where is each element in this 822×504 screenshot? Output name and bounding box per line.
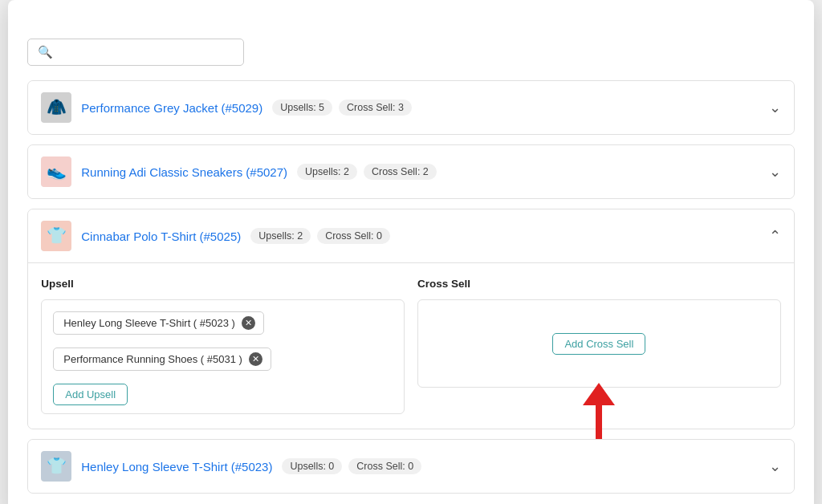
tag-remove-button[interactable]: ✕ <box>242 316 255 330</box>
svg-text:👕: 👕 <box>47 226 67 245</box>
product-thumbnail: 👟 <box>41 156 71 187</box>
svg-text:🧥: 🧥 <box>47 97 67 116</box>
upsells-badge: Upsells: 2 <box>250 228 311 244</box>
modal-header <box>27 19 795 22</box>
svg-text:👟: 👟 <box>47 161 67 181</box>
product-thumbnail: 👕 <box>41 451 71 482</box>
svg-text:👕: 👕 <box>47 456 67 475</box>
product-row: 👟 Running Adi Classic Sneakers (#5027) U… <box>27 144 795 199</box>
tag-label: Performance Running Shoes ( #5031 ) ✕ <box>53 348 271 371</box>
upsell-section: Upsell Henley Long Sleeve T-Shirt ( #502… <box>41 278 405 414</box>
product-header-5029[interactable]: 🧥 Performance Grey Jacket (#5029) Upsell… <box>28 81 794 134</box>
products-upsells-modal: 🔍 🧥 Performance Grey Jacket (#5029) Upse… <box>8 0 814 504</box>
product-header-5023[interactable]: 👕 Henley Long Sleeve T-Shirt (#5023) Ups… <box>28 440 794 493</box>
upsell-box: Henley Long Sleeve T-Shirt ( #5023 ) ✕ P… <box>41 299 405 414</box>
close-button[interactable] <box>785 19 795 22</box>
product-name[interactable]: Running Adi Classic Sneakers (#5027) <box>81 165 287 179</box>
product-thumbnail: 🧥 <box>41 92 71 123</box>
crosssell-badge: Cross Sell: 0 <box>348 458 421 474</box>
red-arrow-indicator <box>575 383 623 455</box>
crosssell-section-label: Cross Sell <box>417 278 781 290</box>
product-header-5025[interactable]: 👕 Cinnabar Polo T-Shirt (#5025) Upsells:… <box>28 209 794 262</box>
tag-label: Henley Long Sleeve T-Shirt ( #5023 ) ✕ <box>53 311 264 335</box>
upsells-badge: Upsells: 5 <box>272 100 332 116</box>
add-upsell-button[interactable]: Add Upsell <box>53 384 128 405</box>
add-crosssell-button[interactable]: Add Cross Sell <box>552 333 645 355</box>
crosssell-badge: Cross Sell: 0 <box>317 228 390 244</box>
svg-marker-7 <box>583 383 615 405</box>
search-bar: 🔍 <box>27 39 244 66</box>
product-name[interactable]: Cinnabar Polo T-Shirt (#5025) <box>81 230 241 243</box>
product-row: 👕 Henley Long Sleeve T-Shirt (#5023) Ups… <box>27 439 795 494</box>
crosssell-box: Add Cross Sell <box>417 299 781 388</box>
chevron-down-icon: ⌄ <box>769 99 781 116</box>
upsell-section-label: Upsell <box>41 278 405 290</box>
crosssell-badge: Cross Sell: 2 <box>364 164 437 180</box>
upsell-tag: Henley Long Sleeve T-Shirt ( #5023 ) ✕ <box>53 311 393 341</box>
tag-remove-button[interactable]: ✕ <box>249 352 262 366</box>
crosssell-badge: Cross Sell: 3 <box>339 100 412 116</box>
crosssell-section: Cross Sell Add Cross Sell <box>417 278 781 414</box>
product-name[interactable]: Performance Grey Jacket (#5029) <box>81 101 262 115</box>
product-row: 👕 Cinnabar Polo T-Shirt (#5025) Upsells:… <box>27 209 795 429</box>
chevron-up-icon: ⌃ <box>769 227 781 245</box>
upsells-badge: Upsells: 2 <box>297 164 357 180</box>
add-upsell-row: Add Upsell <box>53 384 393 405</box>
chevron-down-icon: ⌄ <box>769 457 781 475</box>
search-input[interactable] <box>59 46 234 59</box>
product-header-5027[interactable]: 👟 Running Adi Classic Sneakers (#5027) U… <box>28 145 794 198</box>
chevron-down-icon: ⌄ <box>769 163 781 181</box>
product-list: 🧥 Performance Grey Jacket (#5029) Upsell… <box>27 80 795 494</box>
product-expanded-panel: Upsell Henley Long Sleeve T-Shirt ( #502… <box>28 262 794 429</box>
product-row: 🧥 Performance Grey Jacket (#5029) Upsell… <box>27 80 795 135</box>
product-name[interactable]: Henley Long Sleeve T-Shirt (#5023) <box>81 460 272 474</box>
product-thumbnail: 👕 <box>41 221 71 251</box>
upsell-tag: Performance Running Shoes ( #5031 ) ✕ <box>53 348 393 377</box>
search-icon: 🔍 <box>38 45 53 59</box>
upsells-badge: Upsells: 0 <box>282 458 342 474</box>
